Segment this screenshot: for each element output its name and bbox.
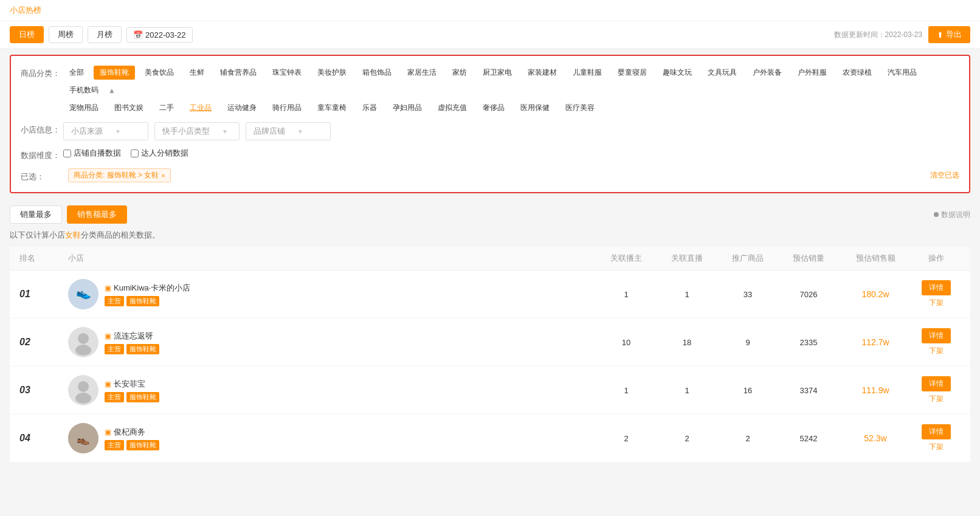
date-picker[interactable]: 📅 2022-03-22 <box>126 27 193 43</box>
cat-趣味文玩[interactable]: 趣味文玩 <box>657 66 698 80</box>
shop-name-wrap-4: ▣ 俊杞商务 主营 服饰鞋靴 <box>105 427 159 450</box>
density-self-broadcast[interactable]: 店铺自播数据 <box>63 148 121 159</box>
calendar-icon: 📅 <box>133 30 143 40</box>
sort-sales-count[interactable]: 销量最多 <box>10 205 62 224</box>
cat-农资绿植[interactable]: 农资绿植 <box>837 66 878 80</box>
col-shop: 小店 <box>68 253 596 264</box>
selected-tags: 商品分类: 服饰鞋靴 > 女鞋 × <box>68 168 171 182</box>
shop-info-3: ▣ 长安菲宝 主营 服饰鞋靴 <box>68 375 596 405</box>
cat-户外装备[interactable]: 户外装备 <box>747 66 788 80</box>
sort-sales-amount[interactable]: 销售额最多 <box>67 205 127 224</box>
tab-weekly[interactable]: 周榜 <box>49 26 83 43</box>
action-1: 详情 下架 <box>912 280 961 308</box>
shop-name-1: ▣ KumiKiwa·卡米的小店 <box>105 283 190 294</box>
shop-name-3: ▣ 长安菲宝 <box>105 379 159 390</box>
influencer-checkbox[interactable] <box>131 150 139 157</box>
unfollow-btn-3[interactable]: 下架 <box>929 394 944 404</box>
export-button[interactable]: ⬆ 导出 <box>928 26 970 43</box>
cat-家装建材[interactable]: 家装建材 <box>522 66 563 80</box>
close-icon[interactable]: × <box>161 172 165 179</box>
cat-乐器[interactable]: 乐器 <box>356 101 383 115</box>
unfollow-btn-4[interactable]: 下架 <box>929 442 944 452</box>
goods-2: 9 <box>717 338 778 347</box>
density-influencer[interactable]: 达人分销数据 <box>131 148 188 159</box>
shop-name-4: ▣ 俊杞商务 <box>105 427 159 438</box>
col-rank: 排名 <box>19 253 68 264</box>
goods-1: 33 <box>717 290 778 299</box>
cat-孕妇用品[interactable]: 孕妇用品 <box>387 101 428 115</box>
svg-text:👞: 👞 <box>77 432 91 445</box>
goods-4: 2 <box>717 434 778 443</box>
cat-手机数码[interactable]: 手机数码 <box>63 83 105 97</box>
main-tag-2: 主营 <box>105 344 124 354</box>
cat-童车童椅[interactable]: 童车童椅 <box>311 101 353 115</box>
tab-daily[interactable]: 日榜 <box>10 26 44 43</box>
cat-全部[interactable]: 全部 <box>63 66 90 80</box>
cat-户外鞋服[interactable]: 户外鞋服 <box>792 66 833 80</box>
rank-3: 03 <box>19 385 68 396</box>
cat-图书文娱[interactable]: 图书文娱 <box>108 101 150 115</box>
selected-area: 已选： 商品分类: 服饰鞋靴 > 女鞋 × <box>21 168 171 182</box>
cat-医用保健[interactable]: 医用保健 <box>514 101 556 115</box>
sales-1: 7026 <box>778 290 839 299</box>
shop-icon-2: ▣ <box>105 332 111 340</box>
cat-骑行用品[interactable]: 骑行用品 <box>266 101 308 115</box>
chevron-down-icon: ▼ <box>115 128 121 135</box>
cat-文具玩具[interactable]: 文具玩具 <box>702 66 743 80</box>
clear-button[interactable]: 清空已选 <box>930 170 959 181</box>
desc-text: 以下仅计算小店女鞋分类商品的相关数据。 <box>10 230 970 241</box>
tab-monthly[interactable]: 月榜 <box>88 26 122 43</box>
content-area: 销量最多 销售额最多 数据说明 以下仅计算小店女鞋分类商品的相关数据。 排名 小… <box>0 199 980 469</box>
cat-badge-2: 服饰鞋靴 <box>126 344 159 354</box>
shop-tags-1: 主营 服饰鞋靴 <box>105 296 190 306</box>
live-4: 2 <box>657 434 717 443</box>
cat-儿童鞋服[interactable]: 儿童鞋服 <box>567 66 608 80</box>
cat-美食饮品[interactable]: 美食饮品 <box>139 66 180 80</box>
cat-汽车用品[interactable]: 汽车用品 <box>882 66 923 80</box>
density-row: 数据维度： 店铺自播数据 达人分销数据 <box>21 148 959 161</box>
cat-医疗美容[interactable]: 医疗美容 <box>559 101 601 115</box>
table-row: 01 👟 ▣ KumiKiwa·卡米的小店 主营 服饰鞋靴 <box>10 270 970 318</box>
unfollow-btn-1[interactable]: 下架 <box>929 298 944 308</box>
cat-生鲜[interactable]: 生鲜 <box>184 66 210 80</box>
unfollow-btn-2[interactable]: 下架 <box>929 346 944 356</box>
expand-icon[interactable]: ▲ <box>108 86 116 95</box>
cat-虚拟充值[interactable]: 虚拟充值 <box>432 101 473 115</box>
shop-icon-3: ▣ <box>105 380 111 388</box>
avatar-3 <box>68 375 98 405</box>
store-label: 小店信息： <box>21 122 63 136</box>
shop-tags-2: 主营 服饰鞋靴 <box>105 344 159 354</box>
cat-美妆护肤[interactable]: 美妆护肤 <box>311 66 353 80</box>
selected-row: 已选： 商品分类: 服饰鞋靴 > 女鞋 × 清空已选 <box>21 168 959 182</box>
col-broadcaster: 关联播主 <box>596 253 657 264</box>
cat-badge-3: 服饰鞋靴 <box>126 392 159 402</box>
cat-厨卫家电[interactable]: 厨卫家电 <box>477 66 518 80</box>
sales-3: 3374 <box>778 386 839 395</box>
cat-二手[interactable]: 二手 <box>153 101 180 115</box>
store-type-select[interactable]: 快手小店类型 ▼ <box>154 122 240 140</box>
shop-info-4: 👞 ▣ 俊杞商务 主营 服饰鞋靴 <box>68 423 596 453</box>
cat-箱包饰品[interactable]: 箱包饰品 <box>356 66 398 80</box>
brand-store-select[interactable]: 品牌店铺 ▼ <box>246 122 331 140</box>
selected-tag-category[interactable]: 商品分类: 服饰鞋靴 > 女鞋 × <box>68 168 171 182</box>
detail-btn-3[interactable]: 详情 <box>922 376 951 391</box>
cat-家居生活[interactable]: 家居生活 <box>401 66 443 80</box>
cat-辅食营养品[interactable]: 辅食营养品 <box>214 66 263 80</box>
cat-宠物用品[interactable]: 宠物用品 <box>63 101 105 115</box>
detail-btn-1[interactable]: 详情 <box>922 280 951 295</box>
shop-name-wrap-1: ▣ KumiKiwa·卡米的小店 主营 服饰鞋靴 <box>105 283 190 306</box>
store-source-select[interactable]: 小店来源 ▼ <box>63 122 148 140</box>
category-tags-row2: 宠物用品 图书文娱 二手 工业品 运动健身 骑行用品 童车童椅 乐器 孕妇用品 … <box>63 101 959 115</box>
cat-家纺[interactable]: 家纺 <box>446 66 473 80</box>
cat-奢侈品[interactable]: 奢侈品 <box>477 101 511 115</box>
cat-工业品[interactable]: 工业品 <box>184 101 218 115</box>
cat-运动健身[interactable]: 运动健身 <box>221 101 263 115</box>
cat-珠宝钟表[interactable]: 珠宝钟表 <box>266 66 308 80</box>
cat-服饰鞋靴[interactable]: 服饰鞋靴 <box>94 66 135 80</box>
detail-btn-4[interactable]: 详情 <box>922 424 951 439</box>
broadcaster-3: 1 <box>596 386 657 395</box>
detail-btn-2[interactable]: 详情 <box>922 328 951 343</box>
avatar-4: 👞 <box>68 423 98 453</box>
cat-婴童寝居[interactable]: 婴童寝居 <box>612 66 653 80</box>
self-broadcast-checkbox[interactable] <box>63 150 71 157</box>
